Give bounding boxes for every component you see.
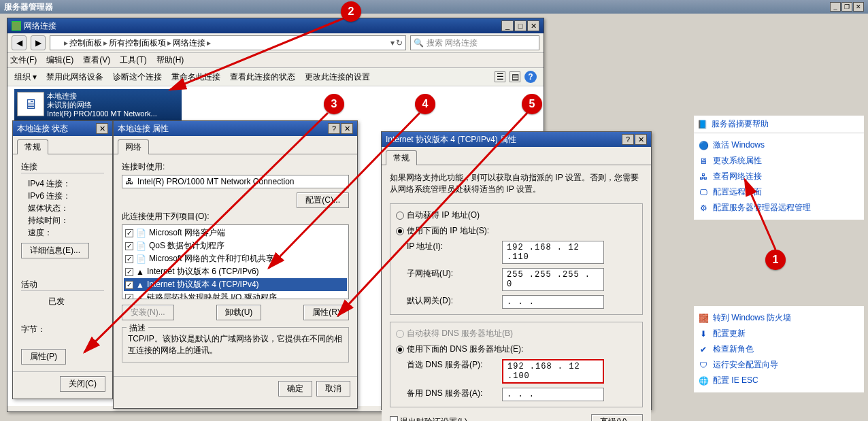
install-button[interactable]: 安装(N)... <box>122 305 174 320</box>
nic-icon: 🖧 <box>125 177 133 186</box>
intro-text: 如果网络支持此功能，则可以获取自动指派的 IP 设置。否则，您需要从网络系统管理… <box>390 172 643 195</box>
dns2-field[interactable]: . . . <box>502 388 604 401</box>
window-title: 网络连接 <box>24 20 56 32</box>
right-panel: 📘 服务器摘要帮助 🔵激活 Windows 🖥更改系统属性 🖧查看网络连接 🖵配… <box>694 116 864 220</box>
properties-button[interactable]: 属性(P) <box>21 349 66 365</box>
link-remote-manage[interactable]: ⚙配置服务器管理器远程管理 <box>694 200 864 216</box>
cmd-rename[interactable]: 重命名此连接 <box>171 71 220 83</box>
server-manager-titlebar: 服务器管理器 _ ❐ ✕ <box>0 0 868 14</box>
cmd-status[interactable]: 查看此连接的状态 <box>230 71 295 83</box>
adapter-field: 🖧 Intel(R) PRO/1000 MT Network Connectio… <box>122 175 349 188</box>
help-button[interactable]: ? <box>328 123 340 134</box>
link-activate-windows[interactable]: 🔵激活 Windows <box>694 137 864 153</box>
tab-general[interactable]: 常规 <box>17 139 48 154</box>
close-button[interactable]: ✕ <box>527 20 539 31</box>
view-pane-icon[interactable]: ▤ <box>510 71 520 82</box>
connection-adapter: Intel(R) PRO/1000 MT Network... <box>47 110 157 118</box>
callout-4: 4 <box>415 94 435 114</box>
details-button[interactable]: 详细信息(E)... <box>21 243 89 258</box>
command-bar: 组织 ▾ 禁用此网络设备 诊断这个连接 重命名此连接 查看此连接的状态 更改此连… <box>7 68 544 86</box>
view-list-icon[interactable]: ☰ <box>495 71 505 82</box>
minimize-button[interactable]: _ <box>501 20 514 31</box>
main-app-title: 服务器管理器 <box>4 1 53 13</box>
section-activity: 活动 <box>21 279 104 291</box>
close-button[interactable]: ✕ <box>341 123 353 134</box>
link-view-network[interactable]: 🖧查看网络连接 <box>694 169 864 184</box>
connection-status: 未识别的网络 <box>47 101 157 110</box>
menu-bar: 文件(F) 编辑(E) 查看(V) 工具(T) 帮助(H) <box>7 53 544 68</box>
right-panel-lower: 🧱转到 Windows 防火墙 ⬇配置更新 ✔检查新角色 🛡运行安全配置向导 🌐… <box>694 306 864 392</box>
link-security-wizard[interactable]: 🛡运行安全配置向导 <box>694 357 864 373</box>
callout-2: 2 <box>341 1 361 22</box>
radio-auto-dns <box>396 330 404 338</box>
tab-general[interactable]: 常规 <box>386 150 417 165</box>
link-remote-desktop[interactable]: 🖵配置远程桌面 <box>694 184 864 200</box>
help-button[interactable]: ? <box>622 134 634 145</box>
cmd-settings[interactable]: 更改此连接的设置 <box>305 71 370 83</box>
cmd-diagnose[interactable]: 诊断这个连接 <box>113 71 162 83</box>
dialog-local-status: 本地连接 状态 ✕ 常规 连接 IPv4 连接： IPv6 连接： 媒体状态： … <box>12 120 113 399</box>
validate-checkbox[interactable] <box>390 416 398 421</box>
forward-button[interactable]: ▶ <box>31 35 46 50</box>
breadcrumb[interactable]: ▸ 控制面板 ▸ 所有控制面板项 ▸ 网络连接 ▸ ▾ ↻ <box>50 35 406 50</box>
cancel-button[interactable]: 取消 <box>316 381 350 397</box>
dialog-title: 本地连接 属性 <box>118 123 169 135</box>
link-firewall[interactable]: 🧱转到 Windows 防火墙 <box>694 310 864 326</box>
menu-tools[interactable]: 工具(T) <box>120 54 146 66</box>
description-text: TCP/IP。该协议是默认的广域网络协议，它提供在不同的相互连接的网络上的通讯。 <box>128 333 343 356</box>
radio-auto-ip[interactable] <box>396 212 404 220</box>
list-item-tcpipv4[interactable]: ✓▲Internet 协议版本 4 (TCP/IPv4) <box>124 278 347 291</box>
cmd-disable[interactable]: 禁用此网络设备 <box>46 71 103 83</box>
link-change-system-props[interactable]: 🖥更改系统属性 <box>694 153 864 169</box>
subnet-mask-field[interactable]: 255 .255 .255 . 0 <box>502 268 604 291</box>
components-list[interactable]: ✓📄Microsoft 网络客户端 ✓📄QoS 数据包计划程序 ✓📄Micros… <box>122 224 349 299</box>
configure-button[interactable]: 配置(C)... <box>297 192 349 208</box>
menu-file[interactable]: 文件(F) <box>10 54 37 66</box>
ip-address-field[interactable]: 192 .168 . 12 .110 <box>502 241 604 264</box>
close-button[interactable]: ✕ <box>635 134 647 145</box>
minimize-button[interactable]: _ <box>830 2 841 12</box>
advanced-button[interactable]: 高级(V)... <box>591 414 643 421</box>
dialog-title: 本地连接 状态 <box>17 123 68 135</box>
window-titlebar: 网络连接 _ □ ✕ <box>7 18 544 33</box>
network-icon <box>12 21 21 31</box>
link-check-roles[interactable]: ✔检查新角色 <box>694 341 864 357</box>
close-button[interactable]: ✕ <box>96 123 108 134</box>
menu-view[interactable]: 查看(V) <box>83 54 110 66</box>
dialog-title: Internet 协议版本 4 (TCP/IPv4) 属性 <box>386 134 516 146</box>
dialog-ipv4-properties: Internet 协议版本 4 (TCP/IPv4) 属性 ? ✕ 常规 如果网… <box>381 131 652 410</box>
refresh-icon[interactable]: ↻ <box>396 38 403 48</box>
adapter-icon: 🖥 <box>17 92 44 116</box>
connection-name: 本地连接 <box>47 92 157 101</box>
gateway-field[interactable]: . . . <box>502 295 604 309</box>
radio-use-dns[interactable] <box>396 346 404 354</box>
help-icon[interactable]: ? <box>524 71 537 83</box>
link-ie-esc[interactable]: 🌐配置 IE ESC <box>694 373 864 388</box>
right-panel-header: 服务器摘要帮助 <box>712 118 769 130</box>
tab-network[interactable]: 网络 <box>118 139 149 154</box>
menu-edit[interactable]: 编辑(E) <box>46 54 73 66</box>
uninstall-button[interactable]: 卸载(U) <box>216 305 262 320</box>
callout-1: 1 <box>765 250 786 270</box>
search-input[interactable]: 🔍 搜索 网络连接 <box>410 35 539 50</box>
close-button[interactable]: ✕ <box>853 2 864 12</box>
item-properties-button[interactable]: 属性(R) <box>303 305 349 320</box>
dialog-local-properties: 本地连接 属性 ? ✕ 网络 连接时使用: 🖧 Intel(R) PRO/100… <box>113 120 358 409</box>
dropdown-icon[interactable]: ▾ <box>390 38 395 48</box>
back-button[interactable]: ◀ <box>12 35 27 50</box>
connection-local[interactable]: 🖥 本地连接 未识别的网络 Intel(R) PRO/1000 MT Netwo… <box>14 89 182 121</box>
callout-3: 3 <box>324 94 344 114</box>
callout-5: 5 <box>522 94 542 114</box>
folder-icon <box>53 38 63 48</box>
maximize-button[interactable]: □ <box>514 20 527 31</box>
help-icon: 📘 <box>697 119 707 130</box>
nav-toolbar: ◀ ▶ ▸ 控制面板 ▸ 所有控制面板项 ▸ 网络连接 ▸ ▾ ↻ 🔍 搜索 网… <box>7 33 544 53</box>
radio-use-ip[interactable] <box>396 227 404 235</box>
link-updates[interactable]: ⬇配置更新 <box>694 326 864 341</box>
ok-button[interactable]: 确定 <box>278 381 312 397</box>
menu-help[interactable]: 帮助(H) <box>156 54 184 66</box>
organize-button[interactable]: 组织 ▾ <box>14 71 37 83</box>
close-dialog-button[interactable]: 关闭(C) <box>60 376 105 392</box>
dns1-field[interactable]: 192 .168 . 12 .100 <box>502 359 604 384</box>
maximize-button[interactable]: ❐ <box>841 2 852 12</box>
